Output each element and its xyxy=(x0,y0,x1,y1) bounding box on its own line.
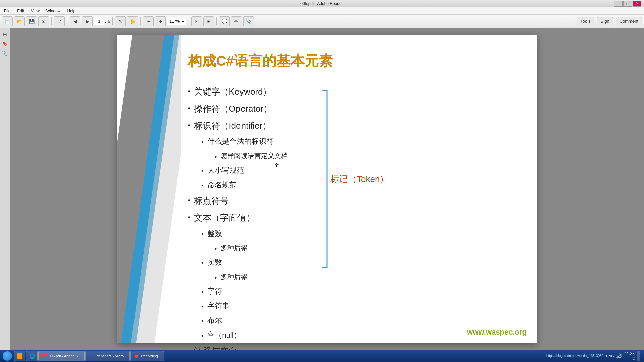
page-total: / 6 xyxy=(105,19,110,24)
taskbar: 🌐 PDF 005.pdf - Adobe R... IE Identifier… xyxy=(0,350,644,362)
attachments-icon[interactable]: 📎 xyxy=(2,50,8,56)
explorer-icon xyxy=(17,353,22,359)
bullet-text: 命名规范 xyxy=(207,178,237,192)
show-desktop-button[interactable] xyxy=(637,351,640,361)
bullet-dot: • xyxy=(201,166,203,176)
toolbar-right: Tools Sign Comment xyxy=(577,17,642,25)
menu-help[interactable]: Help xyxy=(65,8,78,14)
bullet-dot: • xyxy=(215,152,217,162)
fit-width-button[interactable]: ⊞ xyxy=(203,16,214,26)
zoom-out-button[interactable]: − xyxy=(143,16,154,26)
bullet-dot: • xyxy=(201,301,203,312)
maximize-button[interactable]: □ xyxy=(623,1,632,7)
bullet-text: 布尔 xyxy=(207,314,222,327)
taskbar-item-microsoft[interactable]: IE Identifiers - Micro... xyxy=(85,351,130,361)
close-button[interactable]: ✕ xyxy=(633,1,641,7)
bullet-text: 什么是合法的标识符 xyxy=(207,135,274,148)
pages-panel-icon[interactable]: ⊞ xyxy=(2,31,8,38)
clock-time: 11:33 xyxy=(625,351,635,357)
list-item: • 字符 xyxy=(201,285,523,298)
sep3 xyxy=(112,17,113,25)
tools-button[interactable]: Tools xyxy=(577,17,594,25)
bullet-text: 大小写规范 xyxy=(207,164,244,177)
bullet-text: 怎样阅读语言定义文档 xyxy=(221,149,288,162)
rec-icon: ⏺ xyxy=(133,353,139,359)
list-item: • 注释与空白 xyxy=(188,343,523,350)
bullet-dot: • xyxy=(201,180,203,191)
bullet-text: 关键字（Keyword） xyxy=(194,84,271,100)
print-email-button[interactable]: ✉ xyxy=(38,16,49,26)
bullet-text: 注释与空白 xyxy=(194,343,237,350)
sep4 xyxy=(140,17,141,25)
menu-file[interactable]: File xyxy=(1,8,13,14)
brace-label: 标记（Token） xyxy=(330,173,388,185)
bullet-dot: • xyxy=(188,103,190,114)
sign-button[interactable]: Sign xyxy=(597,17,613,25)
sep2 xyxy=(67,17,67,25)
open-button[interactable]: 📂 xyxy=(14,16,25,26)
url-hint: https://blog.csdn.net/weixin_44813032 xyxy=(546,354,603,358)
watermark: www.waspec.org xyxy=(467,328,527,337)
doc-viewer[interactable]: 构成C#语言的基本元素 • 关键字（Keyword） • 操作符（Operato… xyxy=(10,28,644,350)
markup-button[interactable]: ✏ xyxy=(231,16,242,26)
title-bar: 005.pdf - Adobe Reader ─ □ ✕ xyxy=(0,0,644,7)
menu-view[interactable]: View xyxy=(28,8,42,14)
zoom-in-button[interactable]: + xyxy=(155,16,166,26)
bullet-dot: • xyxy=(215,273,217,283)
prev-page-button[interactable]: ◀ xyxy=(70,16,80,26)
slide-decoration xyxy=(117,35,181,343)
select-tool-button[interactable]: ↖ xyxy=(115,16,126,26)
zoom-select[interactable]: 117% 100% 150% xyxy=(167,18,186,25)
clock-date: 2 xyxy=(625,356,635,361)
comment-icon[interactable]: 💬 xyxy=(219,16,230,26)
start-button[interactable] xyxy=(1,351,13,361)
comment-button[interactable]: Comment xyxy=(616,17,642,25)
bullet-text: 操作符（Operator） xyxy=(194,101,272,117)
fit-page-button[interactable]: ⊡ xyxy=(191,16,202,26)
taskbar-item-pdf[interactable]: PDF 005.pdf - Adobe R... xyxy=(38,351,85,361)
bullet-dot: • xyxy=(201,316,203,326)
cursor-indicator: ✛ xyxy=(274,162,278,166)
language-indicator[interactable]: ENG xyxy=(606,354,614,358)
window-controls[interactable]: ─ □ ✕ xyxy=(614,1,641,7)
main-area: ⊞ 🔖 📎 构成C#语言的基本元素 • 关键字（Keyword） xyxy=(0,28,644,350)
bullet-text: 多种后缀 xyxy=(221,270,248,283)
bullet-text: 标识符（Identifier） xyxy=(194,118,271,134)
page-number-input[interactable] xyxy=(94,18,104,25)
bullet-dot: • xyxy=(215,244,217,254)
sep5 xyxy=(189,17,189,25)
bullet-text: 空（null） xyxy=(207,328,241,342)
bullet-dot: • xyxy=(201,330,203,341)
list-item: • 字符串 xyxy=(201,299,523,313)
taskbar-item-ie[interactable]: 🌐 xyxy=(26,351,38,361)
bullet-dot: • xyxy=(188,195,190,206)
menu-edit[interactable]: Edit xyxy=(14,8,27,14)
left-sidebar: ⊞ 🔖 📎 xyxy=(0,28,10,350)
bullet-text: 多种后缀 xyxy=(221,242,248,254)
taskbar-item-label: Identifiers - Micro... xyxy=(96,354,127,358)
attach-button[interactable]: 📎 xyxy=(243,16,254,26)
print-button[interactable]: 🖨 xyxy=(54,16,65,26)
bookmarks-icon[interactable]: 🔖 xyxy=(2,40,8,47)
page-container: 构成C#语言的基本元素 • 关键字（Keyword） • 操作符（Operato… xyxy=(117,35,537,343)
bullet-text: 字符串 xyxy=(207,299,229,313)
clock: 11:33 2 xyxy=(625,351,635,361)
taskbar-item-label: 005.pdf - Adobe R... xyxy=(49,354,82,358)
minimize-button[interactable]: ─ xyxy=(614,1,623,7)
slide-title: 构成C#语言的基本元素 xyxy=(188,52,523,70)
taskbar-item-label: Recording... xyxy=(141,354,161,358)
menu-window[interactable]: Window xyxy=(44,8,63,14)
window-title: 005.pdf - Adobe Reader xyxy=(30,1,614,6)
new-button[interactable]: 📄 xyxy=(2,16,13,26)
next-page-button[interactable]: ▶ xyxy=(82,16,93,26)
taskbar-item-explorer[interactable] xyxy=(14,351,25,361)
bullet-text: 实数 xyxy=(207,256,222,269)
taskbar-item-recording[interactable]: ⏺ Recording... xyxy=(130,351,164,361)
sep1 xyxy=(51,17,52,25)
bullet-text: 字符 xyxy=(207,285,222,298)
sep6 xyxy=(216,17,217,25)
save-button[interactable]: 💾 xyxy=(26,16,37,26)
hand-tool-button[interactable]: ✋ xyxy=(127,16,138,26)
volume-icon[interactable]: 🔊 xyxy=(616,353,622,359)
bullet-dot: • xyxy=(201,258,203,268)
